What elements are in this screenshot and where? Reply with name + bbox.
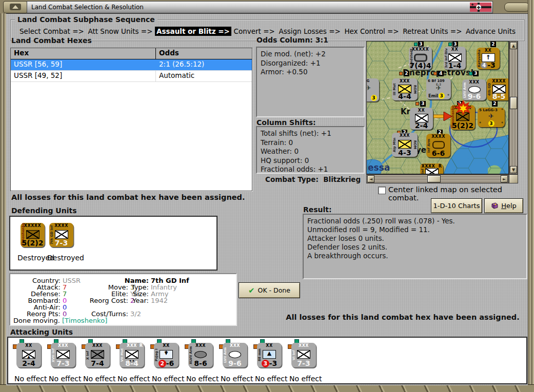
attacking-unit-3[interactable]: XXX X Inf 7-4 <box>85 343 110 367</box>
odds-line: Die mod. (net): +2 <box>261 50 360 59</box>
map-vertical-scrollbar[interactable]: ▲ ▼ <box>509 41 518 174</box>
map-unit-lvii-arm[interactable]: XXX LVII Arm 9-6 <box>462 79 486 100</box>
unit-status: No effect <box>14 375 47 383</box>
map-unit-alp-mtn-rom[interactable]: XXX Alp Mtn ROM 4-3 <box>392 133 418 157</box>
vertical-scroll-thumb[interactable] <box>510 97 517 109</box>
map-unit-partial-inf[interactable]: XXXX R Inf <box>420 163 443 174</box>
map-unit-4th-gd-mech[interactable]: XXXX 4th GD Mech 8-5 <box>487 78 509 100</box>
defending-unit-7th-gd-inf[interactable]: XXXX 7th GD Inf 7-3 <box>49 223 73 247</box>
unit-strength: 8-6 <box>188 359 213 367</box>
attack-arrow-icon <box>433 112 452 121</box>
hq-link[interactable]: [Timoshenko] <box>62 317 107 324</box>
shift-line: HQ support: 0 <box>261 156 360 166</box>
plane-icon: ✈ <box>426 84 451 92</box>
attacking-unit-7[interactable]: XXX LVII Arm 9-6 <box>223 343 247 367</box>
defending-unit-timoshenko[interactable]: XXXXX Timoshenko 5(2)2 <box>21 223 45 247</box>
unit-status: No effect <box>117 375 150 383</box>
shift-line: Terrain: 0 <box>261 138 360 148</box>
attacking-unit-9[interactable]: XXX VI Inf 7-3 <box>291 343 316 367</box>
infantry-symbol-icon <box>55 230 68 239</box>
mountain-infantry-symbol-icon <box>22 350 35 359</box>
unit-strength: 4-3 <box>477 61 500 69</box>
shift-line: Fractional odds: +1 <box>261 165 360 174</box>
hexes-title: Land Combat Hexes <box>11 36 92 45</box>
ready-count: 3 <box>488 120 495 127</box>
attacking-unit-5[interactable]: XX PzJag I 2-6 <box>154 343 179 367</box>
unit-status: Destroyed <box>47 254 84 262</box>
table-row[interactable]: USSR [49, 52] Automatic <box>11 71 252 82</box>
scroll-left-icon[interactable]: ◄ <box>367 175 374 182</box>
german-war-flag-icon: ✚ ✚ <box>470 3 491 12</box>
attacking-unit-6[interactable]: XXX XLVII Arm 8-6 <box>188 343 213 367</box>
attacking-unit-2[interactable]: XXX XVII Inf 7-3 <box>51 343 75 367</box>
attacking-unit-4[interactable]: XXX R VII Mot 8-4 <box>120 343 144 367</box>
supply-dot-icon <box>433 72 437 75</box>
step-assign-losses: Assign Losses => <box>277 27 342 36</box>
horizontal-scroll-thumb[interactable] <box>427 175 441 182</box>
map-unit-bf109[interactable]: 6 Bf 109 E-3 ✈ Emil 1 3 * <box>426 78 451 99</box>
odds-column-panel: Die mod. (net): +2 Disorganized: +1 Armo… <box>256 47 365 117</box>
map-unit-iii-mot-rom[interactable]: XXX III Mot ROM 4-4 <box>392 78 418 100</box>
map-unit-lagg3[interactable]: 5 LaGG-3 * ✈ * 3 * <box>478 108 505 127</box>
scrollbar-corner <box>509 174 518 183</box>
scroll-down-icon[interactable]: ▼ <box>510 166 517 173</box>
map-unit-110g-air[interactable]: 110G ✈ 3 <box>366 78 379 101</box>
strength-rest: -6 <box>166 359 174 367</box>
window-menu-icon[interactable] <box>3 1 28 13</box>
ok-done-button[interactable]: ✔ OK - Done <box>239 282 300 298</box>
table-header-row: Hex Odds <box>11 48 252 59</box>
titlebar[interactable]: Land Combat Selection & Resolution ✚ ✚ <box>27 1 493 13</box>
stack-badge: 4 <box>438 71 444 76</box>
shift-line: Total shifts (net): +1 <box>261 129 360 138</box>
linked-map-viewport[interactable]: Dnepropetrovsk Kr yev essa 3 3 2 2 4 3 3… <box>366 41 509 174</box>
help-button-label: Help <box>501 202 517 210</box>
attacking-title: Attacking Units <box>10 328 73 336</box>
unit-strength: 7-3 <box>291 359 316 367</box>
result-title: Result: <box>303 205 332 214</box>
stack-badge: 3 <box>420 101 426 107</box>
air-unit-name: 110G <box>366 79 378 83</box>
antiaircraft-symbol-icon <box>263 350 276 359</box>
map-unit-rundstedt-hq[interactable]: XXXXX Rundstedt 7(4)4 <box>409 47 432 70</box>
window-frame-bottom <box>0 384 534 392</box>
defending-title: Defending Units <box>11 207 77 215</box>
city-label-kr: Kr <box>401 107 410 116</box>
losses-note-bottom: All losses for this land combat hex have… <box>277 313 528 321</box>
mountain-symbol-icon <box>398 140 411 149</box>
infantry-symbol-icon <box>56 350 70 359</box>
map-unit-inf-arm[interactable]: XXXX Inf Arm 6-6 <box>426 134 450 157</box>
supply-dot-icon <box>416 102 419 106</box>
charts-button[interactable]: 1-D-10 Charts <box>431 198 482 213</box>
map-horizontal-scrollbar[interactable]: ◄ ► <box>366 174 509 183</box>
unit-strength: 4-3 <box>392 149 418 157</box>
attacking-unit-1[interactable]: XX 2-4 <box>16 343 41 367</box>
unit-strength: 2-4 <box>16 359 41 367</box>
step-convert: Convert => <box>232 27 276 36</box>
map-unit-katyusha[interactable]: XX Katyusha 4-3 <box>477 48 500 69</box>
unit-strength: 4-4 <box>392 92 418 100</box>
unit-size: XX <box>410 108 433 113</box>
air-unit-name: LaGG-3 <box>483 108 497 112</box>
help-button[interactable]: Help <box>484 198 523 213</box>
center-map-checkbox[interactable] <box>378 187 386 194</box>
plane-icon: ✈ <box>478 112 505 120</box>
hex-cell: USSR [56, 59] <box>11 59 156 70</box>
attacking-unit-8[interactable]: XX 88 mm 3-3 <box>257 343 282 367</box>
scroll-right-icon[interactable]: ► <box>501 175 508 182</box>
unit-strength: 7-4 <box>85 359 110 367</box>
ready-count: 3 <box>439 93 445 99</box>
table-row[interactable]: USSR [56, 59] 2:1 (26.5:12) <box>11 59 252 71</box>
scroll-up-icon[interactable]: ▲ <box>510 42 517 49</box>
unit-strength: 7(4)4 <box>409 61 432 70</box>
supply-dot-icon <box>414 43 418 46</box>
svg-text:✚: ✚ <box>471 3 473 6</box>
window-frame-left <box>0 0 6 392</box>
header-hex: Hex <box>11 48 156 59</box>
odds-cell: Automatic <box>156 71 197 81</box>
svg-text:✚: ✚ <box>477 5 481 10</box>
map-unit-2-4[interactable]: XX 2-4 <box>410 108 433 130</box>
sequence-steps: Select Combat => Att Snow Units => Assau… <box>18 27 517 36</box>
step-att-snow-units: Att Snow Units => <box>86 27 154 36</box>
map-unit-3rd-inf-div[interactable]: XX 3rd Inf Div 1-4 <box>444 47 466 70</box>
infantry-symbol-icon <box>91 350 104 359</box>
